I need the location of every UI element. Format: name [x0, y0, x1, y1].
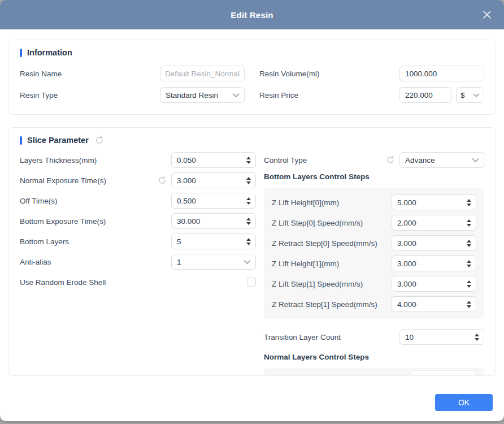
bottom-exposure-value: 30.000: [177, 217, 243, 226]
slice-section-header: Slice Parameter: [20, 136, 484, 145]
off-time-value: 0.500: [177, 197, 243, 205]
currency-select[interactable]: $: [456, 87, 484, 103]
z-retract-step-0-input[interactable]: 3.000: [392, 235, 476, 251]
transition-layer-input[interactable]: 10: [399, 329, 484, 345]
slice-left-column: Layers Thickness(mm) 0.050 Normal Exposu…: [20, 152, 256, 375]
bottom-steps-title: Bottom Layers Control Steps: [264, 172, 484, 181]
z-lift-step-1-value: 3.000: [397, 280, 463, 288]
bottom-layers-label: Bottom Layers: [20, 237, 171, 246]
normal-exposure-value: 3.000: [177, 176, 243, 185]
resin-volume-input[interactable]: 1000.000: [399, 66, 484, 81]
bottom-exposure-row: Bottom Exposure Time(s) 30.000: [20, 213, 256, 229]
spinner-down-icon[interactable]: [246, 161, 251, 164]
dialog-footer: OK: [435, 394, 493, 411]
control-type-row: Control Type Advance: [264, 152, 484, 168]
bottom-layers-value: 5: [177, 237, 243, 246]
close-icon[interactable]: [480, 8, 494, 21]
control-type-select[interactable]: Advance: [399, 152, 484, 168]
control-type-label: Control Type: [264, 156, 386, 165]
anti-alias-select[interactable]: 1: [171, 254, 256, 270]
z-retract-step-1-input[interactable]: 4.000: [392, 296, 476, 312]
resin-type-label: Resin Type: [20, 91, 160, 99]
spinner-down-icon[interactable]: [467, 305, 471, 308]
section-accent-bar: [20, 136, 22, 145]
bottom-exposure-label: Bottom Exposure Time(s): [20, 217, 171, 226]
spinner-down-icon[interactable]: [467, 244, 471, 247]
slice-right-column: Control Type Advance Bottom Layers Contr…: [264, 152, 484, 375]
spinner-down-icon[interactable]: [246, 243, 251, 245]
spinner-up-icon[interactable]: [467, 280, 471, 283]
control-type-value: Advance: [405, 156, 468, 165]
z-retract-step-1-row: Z Retract Step[1] Speed(mm/s) 4.000: [272, 296, 476, 312]
z-lift-step-0-input[interactable]: 2.000: [392, 215, 476, 231]
spinner-up-icon[interactable]: [246, 238, 251, 241]
random-erode-checkbox[interactable]: [247, 278, 256, 287]
z-lift-height-0-row: Z Lift Height[0](mm) 5.000: [272, 194, 476, 210]
refresh-icon[interactable]: [95, 136, 104, 145]
z-lift-step-1-label: Z Lift Step[1] Speed(mm/s): [272, 280, 392, 288]
random-erode-label: Use Random Erode Shell: [20, 278, 247, 287]
resin-price-label: Resin Price: [259, 91, 399, 99]
z-lift-step-0-value: 2.000: [397, 219, 463, 227]
refresh-icon[interactable]: [386, 155, 395, 165]
edit-resin-dialog: Edit Resin Information Resin Name Defaul…: [0, 0, 504, 421]
dialog-header: Edit Resin: [0, 0, 504, 29]
information-section-header: Information: [20, 48, 484, 57]
resin-name-input[interactable]: Default Resin_Normal: [160, 66, 245, 81]
z-retract-step-0-row: Z Retract Step[0] Speed(mm/s) 3.000: [272, 235, 476, 251]
z-lift-height-0-label: Z Lift Height[0](mm): [272, 198, 392, 207]
resin-price-value: 220.000: [405, 91, 446, 99]
spinner-down-icon[interactable]: [467, 224, 471, 227]
layers-thickness-input[interactable]: 0.050: [171, 152, 256, 168]
z-lift-step-0-label: Z Lift Step[0] Speed(mm/s): [272, 219, 392, 227]
chevron-down-icon: [232, 93, 240, 98]
spinner-up-icon[interactable]: [467, 240, 471, 243]
z-lift-height-0-input[interactable]: 5.000: [392, 194, 476, 210]
spinner-down-icon[interactable]: [467, 265, 471, 267]
layers-thickness-label: Layers Thickness(mm): [20, 156, 171, 165]
resin-price-input[interactable]: 220.000: [399, 87, 451, 103]
transition-layer-label: Transition Layer Count: [264, 333, 399, 341]
spinner-up-icon[interactable]: [246, 197, 251, 200]
spinner-up-icon[interactable]: [467, 199, 471, 202]
currency-value: $: [460, 91, 470, 99]
off-time-row: Off Time(s) 0.500: [20, 193, 256, 209]
spinner-up-icon[interactable]: [475, 334, 479, 336]
spinner-up-icon[interactable]: [467, 219, 471, 222]
z-lift-step-1-input[interactable]: 3.000: [392, 276, 476, 292]
chevron-down-icon: [472, 158, 479, 163]
resin-type-value: Standard Resin: [166, 91, 229, 99]
resin-price-field: Resin Price 220.000 $: [259, 87, 484, 103]
spinner-down-icon[interactable]: [475, 338, 479, 341]
refresh-icon[interactable]: [158, 176, 167, 185]
bottom-exposure-input[interactable]: 30.000: [171, 213, 256, 229]
normal-steps-title: Normal Layers Control Steps: [264, 353, 484, 361]
off-time-label: Off Time(s): [20, 197, 171, 205]
spinner-down-icon[interactable]: [246, 181, 251, 184]
z-lift-height-1-value: 3.000: [397, 259, 463, 268]
z-lift-height-1-label: Z Lift Height[1](mm): [272, 259, 392, 268]
off-time-input[interactable]: 0.500: [171, 193, 256, 209]
spinner-up-icon[interactable]: [246, 157, 251, 159]
spinner-up-icon[interactable]: [246, 218, 251, 220]
spinner-down-icon[interactable]: [467, 285, 471, 288]
spinner-up-icon[interactable]: [467, 301, 471, 304]
chevron-down-icon: [473, 93, 480, 98]
spinner-down-icon[interactable]: [246, 202, 251, 205]
z-lift-step-1-row: Z Lift Step[1] Speed(mm/s) 3.000: [272, 276, 476, 292]
ok-button[interactable]: OK: [435, 394, 493, 411]
normal-exposure-input[interactable]: 3.000: [171, 172, 256, 188]
spinner-up-icon[interactable]: [246, 177, 251, 180]
bottom-layers-input[interactable]: 5: [171, 233, 256, 249]
spinner-down-icon[interactable]: [467, 204, 471, 206]
spinner-down-icon[interactable]: [246, 222, 251, 225]
z-retract-step-1-value: 4.000: [397, 300, 463, 309]
resin-type-select[interactable]: Standard Resin: [160, 87, 245, 103]
z-lift-height-1-input[interactable]: 3.000: [392, 256, 476, 271]
normal-steps-panel: [264, 368, 484, 375]
layers-thickness-value: 0.050: [177, 156, 243, 165]
normal-exposure-label: Normal Exposure Time(s): [20, 176, 158, 185]
random-erode-row: Use Random Erode Shell: [20, 274, 256, 290]
z-retract-step-0-value: 3.000: [397, 239, 463, 248]
spinner-up-icon[interactable]: [467, 260, 471, 263]
